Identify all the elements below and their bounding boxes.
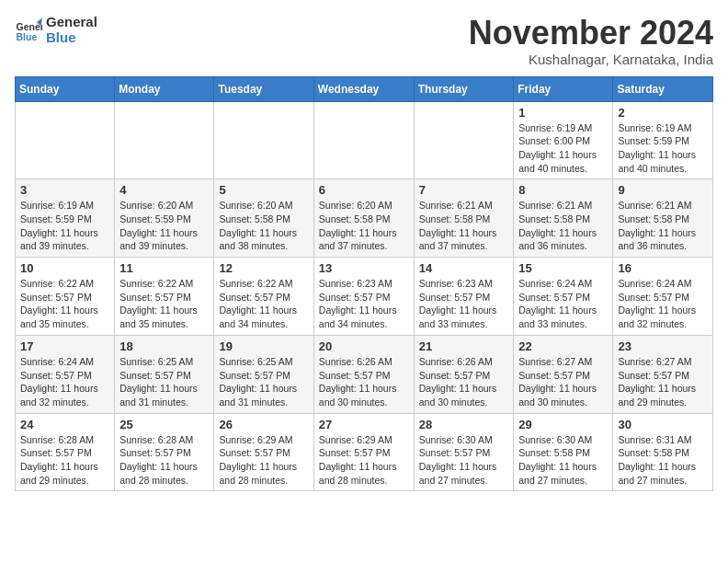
- calendar-cell: [313, 101, 414, 179]
- weekday-header-tuesday: Tuesday: [214, 76, 313, 101]
- calendar-week-3: 10Sunrise: 6:22 AM Sunset: 5:57 PM Dayli…: [16, 258, 713, 336]
- day-info: Sunrise: 6:22 AM Sunset: 5:57 PM Dayligh…: [119, 277, 209, 331]
- calendar-cell: 16Sunrise: 6:24 AM Sunset: 5:57 PM Dayli…: [613, 258, 713, 336]
- calendar-cell: 27Sunrise: 6:29 AM Sunset: 5:57 PM Dayli…: [313, 413, 414, 491]
- day-info: Sunrise: 6:29 AM Sunset: 5:57 PM Dayligh…: [319, 433, 409, 488]
- day-number: 4: [119, 183, 209, 197]
- day-number: 23: [618, 339, 708, 353]
- calendar-cell: 19Sunrise: 6:25 AM Sunset: 5:57 PM Dayli…: [214, 335, 313, 413]
- logo-general: General: [46, 15, 97, 30]
- day-number: 10: [20, 261, 109, 275]
- calendar-cell: 25Sunrise: 6:28 AM Sunset: 5:57 PM Dayli…: [115, 413, 214, 491]
- calendar-cell: 11Sunrise: 6:22 AM Sunset: 5:57 PM Dayli…: [115, 258, 214, 336]
- calendar-week-4: 17Sunrise: 6:24 AM Sunset: 5:57 PM Dayli…: [16, 335, 713, 413]
- calendar-cell: 3Sunrise: 6:19 AM Sunset: 5:59 PM Daylig…: [16, 179, 115, 258]
- day-number: 28: [419, 418, 509, 431]
- calendar-week-5: 24Sunrise: 6:28 AM Sunset: 5:57 PM Dayli…: [16, 413, 713, 491]
- calendar-cell: 15Sunrise: 6:24 AM Sunset: 5:57 PM Dayli…: [514, 258, 613, 336]
- day-info: Sunrise: 6:19 AM Sunset: 6:00 PM Dayligh…: [518, 121, 608, 176]
- day-number: 5: [219, 183, 308, 197]
- calendar-cell: 20Sunrise: 6:26 AM Sunset: 5:57 PM Dayli…: [313, 335, 414, 413]
- day-number: 25: [119, 418, 209, 431]
- day-number: 22: [518, 339, 608, 353]
- logo-icon: General Blue: [15, 17, 42, 44]
- calendar-cell: 8Sunrise: 6:21 AM Sunset: 5:58 PM Daylig…: [514, 179, 613, 258]
- day-info: Sunrise: 6:21 AM Sunset: 5:58 PM Dayligh…: [618, 199, 708, 253]
- weekday-header-saturday: Saturday: [613, 76, 713, 101]
- calendar-cell: 4Sunrise: 6:20 AM Sunset: 5:59 PM Daylig…: [115, 179, 214, 258]
- day-number: 2: [618, 106, 708, 120]
- month-title: November 2024: [469, 15, 713, 52]
- day-number: 21: [419, 339, 509, 353]
- calendar-cell: 17Sunrise: 6:24 AM Sunset: 5:57 PM Dayli…: [16, 335, 115, 413]
- weekday-header-monday: Monday: [115, 76, 214, 101]
- page-header: General Blue General Blue November 2024 …: [15, 15, 713, 67]
- day-number: 14: [419, 261, 509, 275]
- weekday-header-thursday: Thursday: [414, 76, 514, 101]
- day-info: Sunrise: 6:24 AM Sunset: 5:57 PM Dayligh…: [20, 355, 109, 409]
- calendar-cell: 10Sunrise: 6:22 AM Sunset: 5:57 PM Dayli…: [16, 258, 115, 336]
- calendar-cell: 1Sunrise: 6:19 AM Sunset: 6:00 PM Daylig…: [514, 101, 613, 179]
- location-subtitle: Kushalnagar, Karnataka, India: [469, 52, 713, 67]
- day-number: 24: [20, 418, 109, 431]
- day-info: Sunrise: 6:28 AM Sunset: 5:57 PM Dayligh…: [119, 433, 209, 488]
- day-number: 6: [319, 183, 409, 197]
- calendar-table: SundayMondayTuesdayWednesdayThursdayFrid…: [15, 76, 713, 492]
- day-info: Sunrise: 6:23 AM Sunset: 5:57 PM Dayligh…: [419, 277, 509, 331]
- day-number: 1: [518, 106, 608, 120]
- weekday-header-friday: Friday: [514, 76, 613, 101]
- day-number: 3: [20, 183, 109, 197]
- calendar-week-2: 3Sunrise: 6:19 AM Sunset: 5:59 PM Daylig…: [16, 179, 713, 258]
- calendar-cell: [414, 101, 514, 179]
- day-number: 27: [319, 418, 409, 431]
- calendar-cell: 2Sunrise: 6:19 AM Sunset: 5:59 PM Daylig…: [613, 101, 713, 179]
- weekday-header-wednesday: Wednesday: [313, 76, 414, 101]
- day-number: 11: [119, 261, 209, 275]
- day-number: 20: [319, 339, 409, 353]
- svg-text:Blue: Blue: [17, 30, 38, 41]
- day-info: Sunrise: 6:28 AM Sunset: 5:57 PM Dayligh…: [20, 433, 109, 488]
- calendar-cell: 6Sunrise: 6:20 AM Sunset: 5:58 PM Daylig…: [313, 179, 414, 258]
- day-number: 12: [219, 261, 308, 275]
- calendar-cell: 9Sunrise: 6:21 AM Sunset: 5:58 PM Daylig…: [613, 179, 713, 258]
- calendar-cell: 5Sunrise: 6:20 AM Sunset: 5:58 PM Daylig…: [214, 179, 313, 258]
- day-info: Sunrise: 6:30 AM Sunset: 5:58 PM Dayligh…: [518, 433, 608, 488]
- calendar-cell: 12Sunrise: 6:22 AM Sunset: 5:57 PM Dayli…: [214, 258, 313, 336]
- calendar-cell: 28Sunrise: 6:30 AM Sunset: 5:57 PM Dayli…: [414, 413, 514, 491]
- day-info: Sunrise: 6:22 AM Sunset: 5:57 PM Dayligh…: [20, 277, 109, 331]
- calendar-cell: 7Sunrise: 6:21 AM Sunset: 5:58 PM Daylig…: [414, 179, 514, 258]
- day-number: 18: [119, 339, 209, 353]
- day-info: Sunrise: 6:23 AM Sunset: 5:57 PM Dayligh…: [319, 277, 409, 331]
- day-info: Sunrise: 6:24 AM Sunset: 5:57 PM Dayligh…: [518, 277, 608, 331]
- day-number: 16: [618, 261, 708, 275]
- title-block: November 2024 Kushalnagar, Karnataka, In…: [469, 15, 713, 67]
- day-number: 29: [518, 418, 608, 431]
- day-info: Sunrise: 6:21 AM Sunset: 5:58 PM Dayligh…: [419, 199, 509, 253]
- day-number: 26: [219, 418, 308, 431]
- calendar-cell: [214, 101, 313, 179]
- day-info: Sunrise: 6:20 AM Sunset: 5:58 PM Dayligh…: [319, 199, 409, 253]
- calendar-cell: [16, 101, 115, 179]
- calendar-cell: [115, 101, 214, 179]
- calendar-cell: 23Sunrise: 6:27 AM Sunset: 5:57 PM Dayli…: [613, 335, 713, 413]
- calendar-cell: 24Sunrise: 6:28 AM Sunset: 5:57 PM Dayli…: [16, 413, 115, 491]
- calendar-cell: 14Sunrise: 6:23 AM Sunset: 5:57 PM Dayli…: [414, 258, 514, 336]
- day-info: Sunrise: 6:22 AM Sunset: 5:57 PM Dayligh…: [219, 277, 308, 331]
- day-info: Sunrise: 6:25 AM Sunset: 5:57 PM Dayligh…: [219, 355, 308, 409]
- day-number: 15: [518, 261, 608, 275]
- day-info: Sunrise: 6:30 AM Sunset: 5:57 PM Dayligh…: [419, 433, 509, 488]
- logo-blue: Blue: [46, 30, 97, 46]
- day-info: Sunrise: 6:24 AM Sunset: 5:57 PM Dayligh…: [618, 277, 708, 331]
- calendar-cell: 26Sunrise: 6:29 AM Sunset: 5:57 PM Dayli…: [214, 413, 313, 491]
- day-info: Sunrise: 6:19 AM Sunset: 5:59 PM Dayligh…: [20, 199, 109, 253]
- day-info: Sunrise: 6:19 AM Sunset: 5:59 PM Dayligh…: [618, 121, 708, 176]
- day-info: Sunrise: 6:27 AM Sunset: 5:57 PM Dayligh…: [618, 355, 708, 409]
- calendar-cell: 13Sunrise: 6:23 AM Sunset: 5:57 PM Dayli…: [313, 258, 414, 336]
- day-info: Sunrise: 6:21 AM Sunset: 5:58 PM Dayligh…: [518, 199, 608, 253]
- day-number: 9: [618, 183, 708, 197]
- calendar-week-1: 1Sunrise: 6:19 AM Sunset: 6:00 PM Daylig…: [16, 101, 713, 179]
- logo: General Blue General Blue: [15, 15, 97, 45]
- day-info: Sunrise: 6:20 AM Sunset: 5:58 PM Dayligh…: [219, 199, 308, 253]
- calendar-cell: 29Sunrise: 6:30 AM Sunset: 5:58 PM Dayli…: [514, 413, 613, 491]
- day-info: Sunrise: 6:29 AM Sunset: 5:57 PM Dayligh…: [219, 433, 308, 488]
